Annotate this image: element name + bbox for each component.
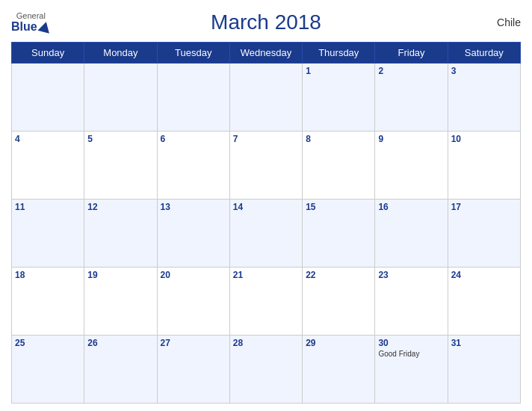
calendar-cell: 30Good Friday <box>375 336 448 404</box>
weekday-header-sunday: Sunday <box>12 43 84 64</box>
weekday-header-friday: Friday <box>375 43 448 64</box>
day-number: 4 <box>15 134 81 144</box>
day-number: 15 <box>306 202 371 212</box>
calendar-cell: 15 <box>303 200 375 268</box>
weekday-header-tuesday: Tuesday <box>157 43 229 64</box>
calendar-cell: 20 <box>157 268 229 336</box>
day-number: 21 <box>233 270 299 280</box>
calendar-cell <box>84 64 157 132</box>
day-number: 16 <box>378 202 444 212</box>
calendar-cell: 1 <box>303 64 375 132</box>
calendar-cell: 9 <box>375 132 448 200</box>
day-number: 10 <box>451 134 517 144</box>
calendar-cell: 28 <box>229 336 302 404</box>
day-number: 5 <box>87 134 153 144</box>
day-number: 27 <box>161 338 226 348</box>
day-number: 17 <box>451 202 517 212</box>
weekday-header-thursday: Thursday <box>303 43 375 64</box>
calendar-cell: 19 <box>84 268 157 336</box>
calendar-table: SundayMondayTuesdayWednesdayThursdayFrid… <box>11 42 521 404</box>
day-number: 2 <box>378 66 444 76</box>
calendar-cell: 29 <box>303 336 375 404</box>
calendar-cell: 5 <box>84 132 157 200</box>
day-number: 18 <box>15 270 81 280</box>
weekday-header-wednesday: Wednesday <box>229 43 302 64</box>
calendar-cell <box>12 64 84 132</box>
calendar-cell: 4 <box>12 132 84 200</box>
calendar-body: 1234567891011121314151617181920212223242… <box>12 64 521 404</box>
calendar-cell: 16 <box>375 200 448 268</box>
calendar-cell: 6 <box>157 132 229 200</box>
calendar-cell: 13 <box>157 200 229 268</box>
day-number: 11 <box>15 202 81 212</box>
calendar-cell: 3 <box>448 64 520 132</box>
calendar-cell: 21 <box>229 268 302 336</box>
calendar-cell: 7 <box>229 132 302 200</box>
logo: General Blue <box>11 11 51 34</box>
calendar-cell: 14 <box>229 200 302 268</box>
calendar-title: March 2018 <box>211 10 321 34</box>
day-number: 13 <box>161 202 226 212</box>
calendar-cell: 24 <box>448 268 520 336</box>
day-number: 29 <box>306 338 371 348</box>
calendar-cell: 18 <box>12 268 84 336</box>
logo-blue-text: Blue <box>11 20 51 34</box>
day-number: 28 <box>233 338 299 348</box>
calendar-week-row: 11121314151617 <box>12 200 521 268</box>
calendar-cell: 2 <box>375 64 448 132</box>
weekday-header-monday: Monday <box>84 43 157 64</box>
calendar-cell: 8 <box>303 132 375 200</box>
day-number: 20 <box>161 270 226 280</box>
event-label: Good Friday <box>378 350 444 358</box>
day-number: 3 <box>451 66 517 76</box>
day-number: 14 <box>233 202 299 212</box>
calendar-week-row: 45678910 <box>12 132 521 200</box>
day-number: 26 <box>87 338 153 348</box>
day-number: 23 <box>378 270 444 280</box>
day-number: 30 <box>378 338 444 348</box>
calendar-cell: 27 <box>157 336 229 404</box>
calendar-week-row: 18192021222324 <box>12 268 521 336</box>
calendar-cell: 31 <box>448 336 520 404</box>
calendar-header: General Blue March 2018 Chile <box>11 7 521 37</box>
day-number: 31 <box>451 338 517 348</box>
day-number: 8 <box>306 134 371 144</box>
calendar-cell: 10 <box>448 132 520 200</box>
day-number: 25 <box>15 338 81 348</box>
calendar-cell <box>229 64 302 132</box>
calendar-cell: 26 <box>84 336 157 404</box>
day-number: 12 <box>87 202 153 212</box>
logo-general-text: General <box>16 11 46 20</box>
calendar-cell: 25 <box>12 336 84 404</box>
calendar-cell: 17 <box>448 200 520 268</box>
day-number: 19 <box>87 270 153 280</box>
calendar-cell: 23 <box>375 268 448 336</box>
country-label: Chile <box>497 16 521 28</box>
day-number: 1 <box>306 66 371 76</box>
day-number: 7 <box>233 134 299 144</box>
day-number: 22 <box>306 270 371 280</box>
calendar-cell <box>157 64 229 132</box>
day-number: 9 <box>378 134 444 144</box>
calendar-week-row: 123 <box>12 64 521 132</box>
day-number: 24 <box>451 270 517 280</box>
calendar-cell: 12 <box>84 200 157 268</box>
calendar-week-row: 252627282930Good Friday31 <box>12 336 521 404</box>
calendar-cell: 22 <box>303 268 375 336</box>
weekday-header-row: SundayMondayTuesdayWednesdayThursdayFrid… <box>12 43 521 64</box>
weekday-header-saturday: Saturday <box>448 43 520 64</box>
calendar-cell: 11 <box>12 200 84 268</box>
day-number: 6 <box>161 134 226 144</box>
logo-triangle-icon <box>37 20 52 34</box>
